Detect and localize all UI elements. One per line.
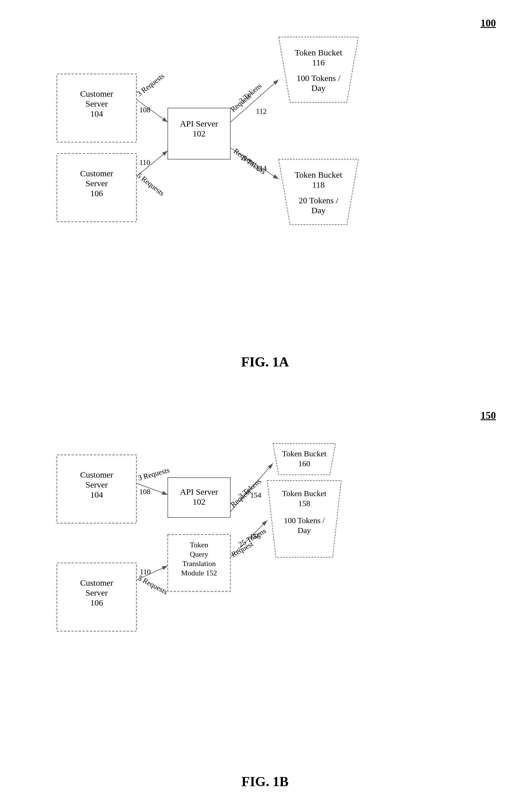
fig1a-svg-overlay: Customer Server 104 Customer Server 106 … [0, 0, 530, 392]
svg-line-66 [230, 463, 273, 512]
svg-line-27 [230, 79, 278, 122]
fig1a-section: 100 Customer Server 104 Customer Server … [0, 0, 530, 392]
svg-text:Translation: Translation [182, 560, 216, 568]
svg-text:Customer: Customer [80, 470, 113, 479]
svg-text:106: 106 [90, 598, 103, 607]
svg-line-63 [137, 566, 168, 580]
svg-text:Query: Query [190, 550, 209, 559]
fig1b-ref-number: 150 [481, 409, 496, 421]
fig1a-caption-text: FIG. 1A [0, 354, 530, 369]
svg-rect-4 [57, 154, 137, 222]
svg-text:114: 114 [256, 164, 267, 172]
svg-text:Request: Request [229, 487, 253, 509]
svg-text:156: 156 [250, 532, 261, 540]
svg-rect-36 [57, 455, 137, 523]
svg-line-24 [137, 151, 168, 176]
svg-text:154: 154 [250, 491, 261, 499]
svg-text:Module 152: Module 152 [181, 569, 217, 577]
svg-text:Token: Token [190, 541, 209, 549]
svg-text:108: 108 [139, 106, 151, 114]
svg-text:API Server: API Server [180, 119, 218, 128]
svg-text:Token Bucket: Token Bucket [282, 449, 326, 458]
svg-text:100 Tokens /: 100 Tokens / [284, 516, 325, 525]
svg-text:Day: Day [311, 83, 326, 93]
svg-marker-55 [267, 480, 341, 557]
svg-marker-16 [278, 159, 358, 224]
svg-text:110: 110 [140, 568, 151, 576]
svg-rect-0 [57, 74, 137, 142]
svg-text:108: 108 [139, 488, 151, 496]
svg-text:20 Tokens /: 20 Tokens / [299, 195, 338, 205]
svg-marker-11 [278, 37, 358, 102]
svg-text:5 Requests: 5 Requests [135, 171, 166, 198]
svg-text:106: 106 [90, 188, 103, 198]
svg-rect-47 [168, 535, 230, 591]
fig1b-section: 150 Customer Server 104 Customer Server … [0, 392, 530, 812]
svg-text:104: 104 [90, 109, 103, 118]
svg-text:Customer: Customer [80, 578, 113, 588]
svg-text:118: 118 [312, 180, 325, 189]
svg-text:100 Tokens /: 100 Tokens / [297, 73, 341, 83]
svg-text:Token Bucket: Token Bucket [295, 170, 342, 179]
svg-text:Token Bucket: Token Bucket [295, 48, 342, 57]
svg-text:Request: Request [232, 147, 257, 167]
svg-line-70 [230, 520, 267, 557]
svg-text:112: 112 [256, 107, 267, 115]
svg-text:102: 102 [193, 129, 205, 138]
svg-text:Request: Request [230, 540, 255, 559]
svg-rect-8 [168, 108, 230, 159]
fig1b-caption-text: FIG. 1B [0, 774, 530, 789]
svg-rect-40 [57, 563, 137, 631]
svg-text:5 Requests: 5 Requests [137, 574, 169, 596]
svg-text:Customer: Customer [80, 89, 113, 98]
svg-text:160: 160 [298, 459, 310, 468]
svg-text:116: 116 [312, 58, 325, 67]
svg-text:25 Tokens: 25 Tokens [237, 526, 268, 549]
fig1a-ref-number: 100 [481, 17, 496, 29]
fig1b-svg-overlay: Customer Server 104 Customer Server 106 … [0, 392, 530, 812]
svg-text:110: 110 [139, 158, 150, 166]
svg-text:3 Tokens: 3 Tokens [238, 82, 263, 105]
svg-text:Server: Server [86, 588, 108, 597]
svg-text:Server: Server [86, 480, 108, 489]
svg-text:3 Tokens: 3 Tokens [237, 477, 262, 500]
svg-text:158: 158 [298, 499, 310, 508]
svg-text:3 Requests: 3 Requests [137, 466, 170, 482]
svg-text:Customer: Customer [80, 169, 113, 178]
svg-line-60 [137, 483, 168, 495]
svg-line-31 [230, 148, 278, 179]
svg-line-21 [137, 100, 168, 122]
svg-text:Day: Day [311, 205, 326, 215]
svg-text:3 Requests: 3 Requests [135, 72, 166, 98]
svg-marker-52 [273, 444, 335, 475]
svg-text:Request: Request [229, 92, 253, 114]
svg-text:Day: Day [298, 526, 311, 535]
svg-text:102: 102 [193, 497, 205, 506]
svg-text:5 Tokens: 5 Tokens [241, 154, 267, 176]
svg-text:Token Bucket: Token Bucket [282, 489, 326, 498]
svg-text:API Server: API Server [180, 487, 218, 496]
svg-rect-44 [168, 478, 230, 518]
svg-text:Server: Server [86, 99, 108, 108]
svg-text:Server: Server [86, 178, 108, 188]
svg-text:104: 104 [90, 490, 103, 499]
